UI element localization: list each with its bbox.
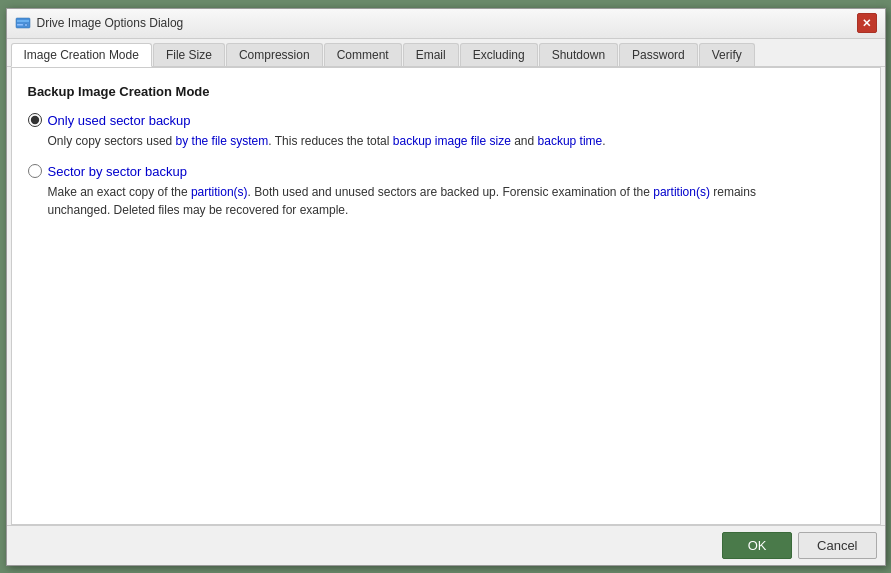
option1-row: Only used sector backup — [28, 113, 864, 128]
tab-file-size[interactable]: File Size — [153, 43, 225, 66]
tab-verify[interactable]: Verify — [699, 43, 755, 66]
option2-label[interactable]: Sector by sector backup — [48, 164, 187, 179]
tab-compression[interactable]: Compression — [226, 43, 323, 66]
ok-button[interactable]: OK — [722, 532, 792, 559]
svg-rect-3 — [17, 24, 23, 26]
option2-description: Make an exact copy of the partition(s). … — [48, 183, 864, 219]
cancel-button[interactable]: Cancel — [798, 532, 876, 559]
option1-radio[interactable] — [28, 113, 42, 127]
option2-container: Sector by sector backup Make an exact co… — [28, 164, 864, 219]
tab-excluding[interactable]: Excluding — [460, 43, 538, 66]
option2-radio[interactable] — [28, 164, 42, 178]
close-button[interactable]: ✕ — [857, 13, 877, 33]
title-bar: Drive Image Options Dialog ✕ — [7, 9, 885, 39]
drive-icon — [15, 15, 31, 31]
option1-label[interactable]: Only used sector backup — [48, 113, 191, 128]
svg-rect-0 — [16, 18, 30, 28]
option1-description: Only copy sectors used by the file syste… — [48, 132, 864, 150]
svg-rect-1 — [17, 20, 29, 22]
tab-email[interactable]: Email — [403, 43, 459, 66]
tab-shutdown[interactable]: Shutdown — [539, 43, 618, 66]
section-title: Backup Image Creation Mode — [28, 84, 864, 99]
tab-comment[interactable]: Comment — [324, 43, 402, 66]
drive-image-options-dialog: Drive Image Options Dialog ✕ Image Creat… — [6, 8, 886, 566]
option1-container: Only used sector backup Only copy sector… — [28, 113, 864, 150]
dialog-title: Drive Image Options Dialog — [37, 16, 184, 30]
tab-image-creation-mode[interactable]: Image Creation Mode — [11, 43, 152, 67]
tab-password[interactable]: Password — [619, 43, 698, 66]
tab-bar: Image Creation Mode File Size Compressio… — [7, 39, 885, 67]
content-area: Backup Image Creation Mode Only used sec… — [11, 67, 881, 525]
dialog-footer: OK Cancel — [7, 525, 885, 565]
option2-row: Sector by sector backup — [28, 164, 864, 179]
title-bar-left: Drive Image Options Dialog — [15, 15, 184, 31]
svg-point-2 — [24, 24, 27, 27]
